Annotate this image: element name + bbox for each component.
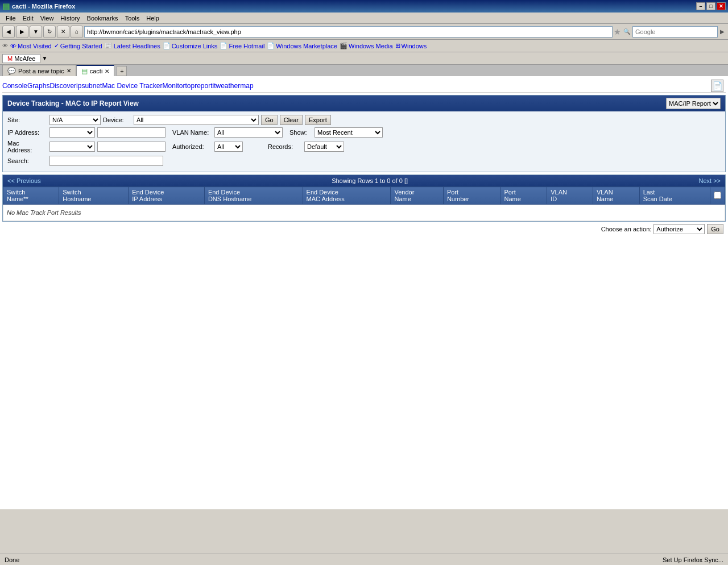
ip-prefix-select[interactable]: [49, 127, 95, 138]
close-button[interactable]: ✕: [717, 2, 726, 10]
nav-monitor[interactable]: Monitor: [162, 82, 185, 90]
home-button[interactable]: ⌂: [71, 26, 83, 38]
go-button[interactable]: Go: [261, 115, 278, 125]
search-input[interactable]: [49, 156, 163, 166]
tab-cacti[interactable]: ▤ cacti ✕: [76, 65, 115, 76]
bookmark-free-hotmail[interactable]: 📄 Free Hotmail: [220, 42, 264, 49]
menu-history[interactable]: History: [57, 14, 83, 23]
report-type-select[interactable]: MAC/IP Report: [666, 98, 721, 109]
device-select[interactable]: All: [134, 115, 259, 125]
window-controls[interactable]: – □ ✕: [696, 2, 726, 10]
menu-file[interactable]: File: [2, 14, 19, 23]
menu-tools[interactable]: Tools: [122, 14, 143, 23]
customize-icon: 📄: [163, 42, 171, 49]
back-button[interactable]: ◀: [2, 26, 15, 38]
tab-close-post[interactable]: ✕: [67, 68, 71, 74]
mac-prefix-select[interactable]: [49, 142, 95, 152]
nav-console[interactable]: Console: [2, 82, 27, 90]
col-switch-hostname: SwitchHostname: [59, 187, 129, 205]
mac-input[interactable]: [97, 142, 166, 152]
nav-mac-device-tracker[interactable]: Mac Device Tracker: [102, 82, 162, 90]
history-dropdown[interactable]: ▼: [30, 26, 42, 38]
col-vendor-name: VendorName: [391, 187, 443, 205]
export-button[interactable]: Export: [305, 115, 331, 125]
tabs-bar: 💬 Post a new topic ✕ ▤ cacti ✕ +: [0, 65, 728, 77]
menu-edit[interactable]: Edit: [19, 14, 37, 23]
showing-text: Showing Rows 1 to 0 of 0 []: [332, 177, 408, 184]
menu-view[interactable]: View: [37, 14, 57, 23]
mcafee-dropdown-icon[interactable]: ▼: [42, 55, 47, 61]
window-title: cacti - Mozilla Firefox: [12, 3, 75, 10]
col-checkbox: [710, 187, 725, 205]
col-switch-name: SwitchName**: [3, 187, 59, 205]
new-tab-button[interactable]: +: [117, 66, 127, 76]
site-select[interactable]: N/A: [49, 115, 101, 125]
col-end-device-mac: End DeviceMAC Address: [303, 187, 391, 205]
headlines-icon: 📰: [105, 42, 113, 49]
refresh-button[interactable]: ↻: [43, 26, 56, 38]
maximize-button[interactable]: □: [706, 2, 715, 10]
form-row-mac-auth: MacAddress: Authorized: All Records: Def…: [7, 140, 721, 153]
stop-button[interactable]: ✕: [57, 26, 69, 38]
menu-bar: File Edit View History Bookmarks Tools H…: [0, 13, 728, 24]
data-table: SwitchName** SwitchHostname End DeviceIP…: [3, 186, 725, 221]
mcafee-button[interactable]: M McAfee: [2, 54, 40, 63]
nav-bar: ◀ ▶ ▼ ↻ ✕ ⌂ ★ 🔍 ▶: [0, 24, 728, 40]
table-empty-row: No Mac Track Port Results: [3, 205, 725, 221]
col-vlan-id: VLANID: [547, 187, 593, 205]
col-end-device-ip: End DeviceIP Address: [129, 187, 205, 205]
authorized-select[interactable]: All: [214, 142, 243, 152]
show-label: Show:: [289, 129, 312, 136]
next-button[interactable]: Next >>: [698, 177, 721, 184]
nav-weathermap[interactable]: weathermap: [216, 82, 254, 90]
col-port-number: PortNumber: [443, 187, 500, 205]
windows-icon: ⊞: [395, 42, 400, 49]
tab-close-cacti[interactable]: ✕: [105, 68, 109, 74]
show-select[interactable]: Most Recent: [315, 127, 383, 138]
minimize-button[interactable]: –: [696, 2, 705, 10]
records-label: Records:: [268, 143, 302, 150]
form-panel-body: Site: N/A Device: All Go Clear Export IP…: [3, 111, 725, 172]
bookmark-star-icon[interactable]: ★: [614, 27, 621, 36]
clear-button[interactable]: Clear: [280, 115, 303, 125]
empty-message: No Mac Track Port Results: [3, 205, 725, 221]
mcafee-icon: M: [7, 55, 13, 62]
bookmark-getting-started[interactable]: ✓ Getting Started: [54, 42, 102, 49]
bookmark-latest-headlines[interactable]: 📰 Latest Headlines: [105, 42, 160, 49]
mcafee-bar: M McAfee ▼: [0, 52, 728, 65]
device-label: Device:: [103, 117, 131, 123]
nav-graphs[interactable]: Graphs: [27, 82, 49, 90]
bookmark-most-visited[interactable]: 👁 Most Visited: [10, 43, 52, 49]
menu-help[interactable]: Help: [143, 14, 163, 23]
marketplace-icon: 📄: [267, 42, 275, 49]
form-panel: Device Tracking - MAC to IP Report View …: [2, 95, 726, 172]
forward-button[interactable]: ▶: [16, 26, 28, 38]
bookmark-windows-media[interactable]: 🎬 Windows Media: [340, 42, 393, 49]
form-row-site-device: Site: N/A Device: All Go Clear Export: [7, 115, 721, 125]
action-row: Choose an action: Authorize Go: [2, 222, 726, 236]
tab-icon-cacti: ▤: [81, 67, 88, 75]
address-bar[interactable]: [84, 26, 613, 38]
search-input[interactable]: [632, 26, 718, 38]
vlan-select[interactable]: All: [214, 127, 283, 138]
ip-input[interactable]: [97, 127, 166, 138]
table-header-row: << Previous Showing Rows 1 to 0 of 0 [] …: [3, 175, 725, 186]
hotmail-icon: 📄: [220, 42, 228, 49]
bookmark-customize-links[interactable]: 📄 Customize Links: [163, 42, 218, 49]
bookmark-windows[interactable]: ⊞ Windows: [395, 42, 427, 49]
select-all-checkbox[interactable]: [714, 192, 721, 199]
nav-discoveripsubnet[interactable]: Discoveripsubnet: [49, 82, 102, 90]
action-go-button[interactable]: Go: [707, 224, 723, 234]
bookmark-windows-marketplace[interactable]: 📄 Windows Marketplace: [267, 42, 337, 49]
authorized-label: Authorized:: [172, 143, 212, 150]
action-label: Choose an action:: [601, 226, 652, 232]
records-select[interactable]: Default: [304, 142, 344, 152]
windows-media-icon: 🎬: [340, 42, 348, 49]
nav-topreportit[interactable]: topreportit: [185, 82, 216, 90]
prev-button[interactable]: << Previous: [7, 177, 41, 184]
form-row-search: Search:: [7, 156, 721, 166]
search-submit-icon[interactable]: ▶: [720, 28, 725, 35]
action-select[interactable]: Authorize: [653, 224, 705, 234]
menu-bookmarks[interactable]: Bookmarks: [84, 14, 122, 23]
tab-post-new-topic[interactable]: 💬 Post a new topic ✕: [2, 65, 76, 76]
